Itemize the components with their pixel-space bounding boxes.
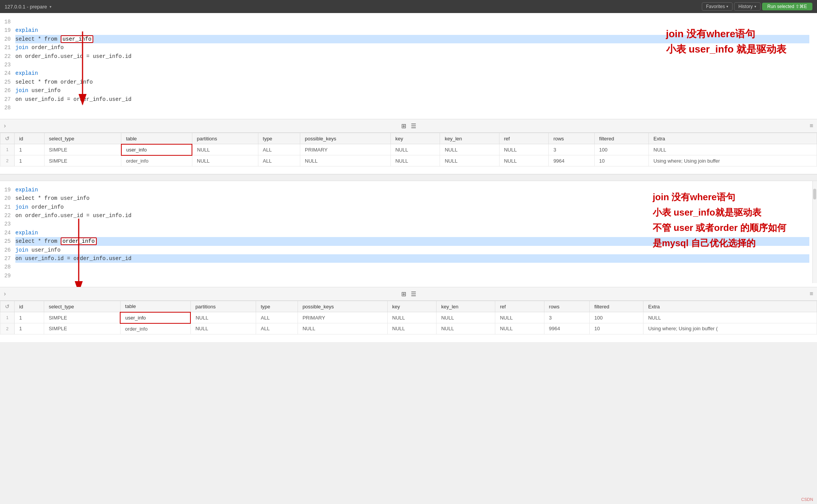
- rn-2-2: 2: [0, 323, 15, 334]
- th-select-type-1: select_type: [44, 133, 121, 144]
- th-rows-2: rows: [544, 301, 589, 312]
- td-key-1-2: NULL: [390, 155, 440, 166]
- td-type-2-1: ALL: [256, 312, 298, 323]
- td-klen-2-1: NULL: [437, 312, 495, 323]
- collapse-icon-1[interactable]: ›: [4, 122, 6, 129]
- td-filt-2-2: 10: [589, 323, 643, 334]
- td-key-2-2: NULL: [387, 323, 437, 334]
- result-table-1: ↺ id select_type table partitions type p…: [0, 133, 817, 166]
- connection-selector[interactable]: 127.0.0.1 - prepare ▾: [5, 4, 51, 10]
- td-type-1-1: ALL: [258, 144, 300, 155]
- td-table-2-1: user_info: [120, 312, 190, 323]
- td-ref-1-2: NULL: [499, 155, 549, 166]
- td-pk-2-2: NULL: [298, 323, 387, 334]
- scrollbar-thumb-2[interactable]: [813, 189, 816, 199]
- line-numbers-2: 19 20 21 22 23 24 25 26 27 28 29: [0, 186, 15, 280]
- toolbar-right: Favorites ▾ History ▾ Run selected ⇧⌘E: [702, 2, 812, 11]
- td-filt-1-2: 10: [594, 155, 648, 166]
- td-table-2-2: order_info: [120, 323, 190, 334]
- line-numbers-1: 18 19 20 21 22 23 24 25 26 27 28: [0, 18, 15, 112]
- history-button[interactable]: History ▾: [734, 2, 760, 11]
- table-row: 2 1 SIMPLE order_info NULL ALL NULL NULL…: [0, 155, 817, 166]
- td-stype-2-2: SIMPLE: [44, 323, 120, 334]
- th-id-1: id: [15, 133, 45, 144]
- connection-label: 127.0.0.1 - prepare: [5, 4, 47, 10]
- code-text-2: explain select * from user_info join ord…: [15, 186, 817, 280]
- top-bar: 127.0.0.1 - prepare ▾ Favorites ▾ Histor…: [0, 0, 817, 13]
- th-possible-keys-2: possible_keys: [298, 301, 387, 312]
- grid-icon-2[interactable]: ⊞: [401, 290, 406, 298]
- watermark: CSDN: [801, 497, 813, 502]
- td-table-1-2: order_info: [121, 155, 192, 166]
- td-pk-1-2: NULL: [300, 155, 391, 166]
- td-part-2-1: NULL: [190, 312, 256, 323]
- td-filt-2-1: 100: [589, 312, 643, 323]
- td-stype-1-2: SIMPLE: [44, 155, 121, 166]
- td-rows-1-2: 9964: [549, 155, 594, 166]
- td-id-1-2: 1: [15, 155, 45, 166]
- th-table-2: table: [120, 301, 190, 312]
- td-key-1-1: NULL: [390, 144, 440, 155]
- td-rows-2-1: 3: [544, 312, 589, 323]
- td-ref-2-2: NULL: [495, 323, 544, 334]
- td-extra-2-1: NULL: [643, 312, 817, 323]
- text-icon-2[interactable]: ☰: [411, 290, 416, 298]
- th-extra-1: Extra: [649, 133, 817, 144]
- th-extra-2: Extra: [643, 301, 817, 312]
- td-extra-2-2: Using where; Using join buffer (: [643, 323, 817, 334]
- connection-chevron: ▾: [50, 5, 51, 9]
- scrollbar-track-2[interactable]: [812, 181, 817, 283]
- td-table-1-1: user_info: [121, 144, 192, 155]
- th-key-1: key: [390, 133, 440, 144]
- result-toolbar-1: › ⊞ ☰ ≡: [0, 119, 817, 133]
- table-1: ↺ id select_type table partitions type p…: [0, 133, 817, 166]
- th-key-2: key: [387, 301, 437, 312]
- td-type-1-2: ALL: [258, 155, 300, 166]
- td-part-1-1: NULL: [192, 144, 258, 155]
- favorites-button[interactable]: Favorites ▾: [702, 2, 733, 11]
- td-klen-1-2: NULL: [440, 155, 499, 166]
- th-rows-1: rows: [549, 133, 594, 144]
- table-header-row-2: ↺ id select_type table partitions type p…: [0, 301, 817, 312]
- td-filt-1-1: 100: [594, 144, 648, 155]
- grid-icon-1[interactable]: ⊞: [401, 122, 406, 130]
- code-panel-2: 19 20 21 22 23 24 25 26 27 28 29 explain…: [0, 181, 817, 287]
- th-icon-1: ↺: [0, 133, 15, 144]
- menu-icon-2[interactable]: ≡: [810, 290, 813, 297]
- gap-2: [0, 334, 817, 342]
- th-filtered-2: filtered: [589, 301, 643, 312]
- th-table-1: table: [121, 133, 192, 144]
- th-key-len-1: key_len: [440, 133, 499, 144]
- th-filtered-1: filtered: [594, 133, 648, 144]
- td-extra-1-2: Using where; Using join buffer: [649, 155, 817, 166]
- text-icon-1[interactable]: ☰: [411, 122, 416, 130]
- th-type-1: type: [258, 133, 300, 144]
- td-part-2-2: NULL: [190, 323, 256, 334]
- td-key-2-1: NULL: [387, 312, 437, 323]
- table-row: 2 1 SIMPLE order_info NULL ALL NULL NULL…: [0, 323, 817, 334]
- result-table-2: ↺ id select_type table partitions type p…: [0, 301, 817, 334]
- th-possible-keys-1: possible_keys: [300, 133, 391, 144]
- td-klen-2-2: NULL: [437, 323, 495, 334]
- code-text-1: explain select * from user_info join ord…: [15, 18, 817, 112]
- td-rows-1-1: 3: [549, 144, 594, 155]
- th-id-2: id: [15, 301, 44, 312]
- section-sep: [0, 174, 817, 181]
- th-partitions-1: partitions: [192, 133, 258, 144]
- main-content: 18 19 20 21 22 23 24 25 26 27 28 explain…: [0, 13, 817, 342]
- collapse-icon-2[interactable]: ›: [4, 290, 6, 297]
- table-row: 1 1 SIMPLE user_info NULL ALL PRIMARY NU…: [0, 312, 817, 323]
- th-icon-2: ↺: [0, 301, 15, 312]
- th-ref-1: ref: [499, 133, 549, 144]
- table-2: ↺ id select_type table partitions type p…: [0, 301, 817, 334]
- td-id-2-1: 1: [15, 312, 44, 323]
- menu-icon-1[interactable]: ≡: [810, 122, 813, 129]
- td-klen-1-1: NULL: [440, 144, 499, 155]
- gap-1: [0, 166, 817, 174]
- run-button[interactable]: Run selected ⇧⌘E: [762, 3, 812, 10]
- td-stype-2-1: SIMPLE: [44, 312, 120, 323]
- result-toolbar-2: › ⊞ ☰ ≡: [0, 287, 817, 301]
- td-stype-1-1: SIMPLE: [44, 144, 121, 155]
- td-ref-1-1: NULL: [499, 144, 549, 155]
- table-header-row-1: ↺ id select_type table partitions type p…: [0, 133, 817, 144]
